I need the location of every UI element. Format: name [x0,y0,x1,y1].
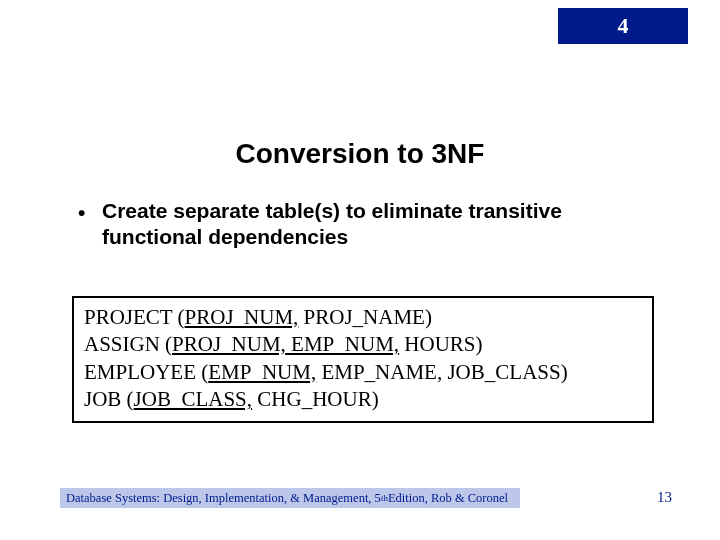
chapter-number: 4 [618,13,629,39]
schema-line-job: JOB (JOB_CLASS, CHG_HOUR) [84,386,642,413]
schema-line-project: PROJECT (PROJ_NUM, PROJ_NAME) [84,304,642,331]
schema-line-assign: ASSIGN (PROJ_NUM, EMP_NUM, HOURS) [84,331,642,358]
bullet-item: • Create separate table(s) to eliminate … [78,198,660,251]
schema-box: PROJECT (PROJ_NUM, PROJ_NAME) ASSIGN (PR… [72,296,654,423]
schema-line-employee: EMPLOYEE (EMP_NUM, EMP_NAME, JOB_CLASS) [84,359,642,386]
chapter-badge: 4 [558,8,688,44]
footer-citation: Database Systems: Design, Implementation… [60,488,520,508]
footer-text-b: Edition, Rob & Coronel [388,491,508,506]
slide-title: Conversion to 3NF [0,138,720,170]
bullet-text: Create separate table(s) to eliminate tr… [102,198,660,251]
page-number: 13 [657,489,672,506]
footer-text-a: Database Systems: Design, Implementation… [66,491,381,506]
bullet-dot: • [78,200,85,226]
